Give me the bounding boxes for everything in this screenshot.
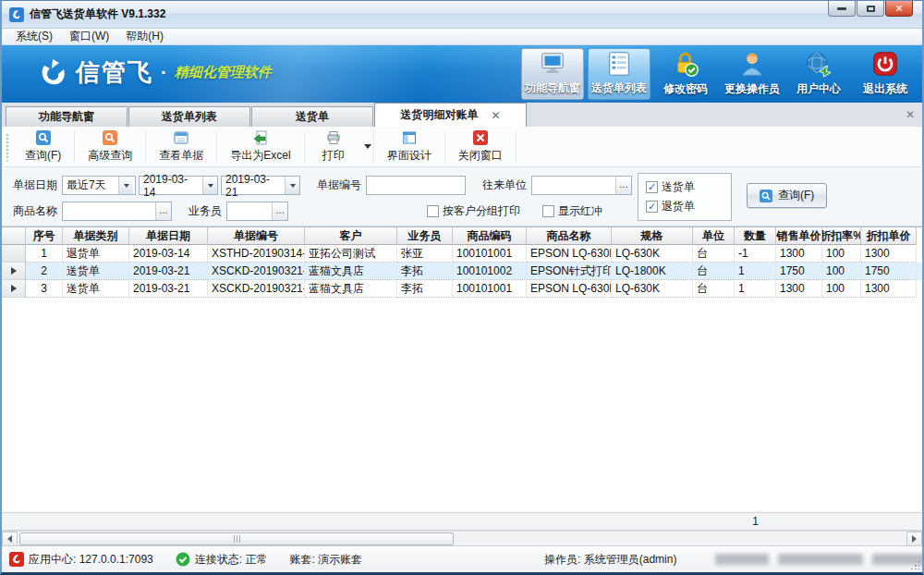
close-all-tabs-icon[interactable]: ✕ bbox=[906, 108, 915, 121]
ellipsis-button[interactable]: … bbox=[272, 202, 287, 220]
banner-button-person[interactable]: 更换操作员 bbox=[721, 48, 784, 100]
banner-button-power[interactable]: 退出系统 bbox=[854, 48, 917, 100]
dropdown-caret-icon[interactable] bbox=[364, 144, 371, 149]
toolbar-button-design[interactable]: 界面设计 bbox=[376, 128, 443, 166]
person-icon bbox=[738, 49, 766, 79]
table-row[interactable]: 2送货单2019-03-21XSCKD-20190321-0002蓝猫文具店李拓… bbox=[2, 263, 922, 280]
scrollbar-track[interactable] bbox=[18, 532, 906, 546]
app-center-status: 应用中心: 127.0.0.1:7093 bbox=[9, 552, 153, 568]
checkbox-icon bbox=[646, 201, 658, 213]
power-icon bbox=[871, 49, 899, 79]
bill-no-label: 单据编号 bbox=[317, 177, 361, 193]
column-header[interactable]: 商品名称 bbox=[527, 227, 612, 245]
show-red-checkbox[interactable]: 显示红冲 bbox=[542, 203, 602, 219]
banner-button-list[interactable]: 送货单列表 bbox=[588, 48, 650, 100]
row-selector bbox=[2, 263, 26, 280]
menu-item[interactable]: 窗口(W) bbox=[61, 29, 117, 44]
table-cell: 3 bbox=[26, 280, 63, 298]
maximize-button[interactable] bbox=[857, 1, 884, 17]
tab[interactable]: 送货单 ✕ bbox=[251, 106, 373, 127]
scroll-left-button[interactable] bbox=[2, 532, 18, 546]
date-preset-select[interactable]: 最近7天 bbox=[62, 176, 136, 195]
table-cell: EPSON LQ-630K bbox=[527, 245, 612, 263]
table-cell: LQ-630K bbox=[612, 245, 693, 263]
banner-button-lock[interactable]: 修改密码 bbox=[654, 48, 717, 100]
column-header[interactable]: 单据日期 bbox=[129, 227, 208, 245]
column-header[interactable]: 序号 bbox=[26, 227, 63, 245]
column-header[interactable]: 客户 bbox=[305, 227, 397, 245]
toolbar-button-excel[interactable]: 导出为Excel bbox=[219, 128, 301, 166]
group-print-checkbox[interactable]: 按客户分组打印 bbox=[427, 203, 520, 219]
delivery-type-checkbox[interactable]: 送货单 bbox=[646, 179, 723, 195]
partner-input[interactable] bbox=[532, 177, 615, 193]
toolbar-button-close-red[interactable]: 关闭窗口 bbox=[447, 128, 514, 166]
column-header[interactable]: 规格 bbox=[612, 227, 693, 245]
toolbar-separator bbox=[216, 131, 217, 163]
query-button[interactable]: 查询(F) bbox=[747, 183, 827, 208]
banner-button-monitor[interactable]: 功能导航窗 bbox=[521, 48, 584, 100]
toolbar-button-search-blue[interactable]: 查询(F) bbox=[14, 128, 72, 166]
chevron-down-icon[interactable] bbox=[285, 177, 299, 194]
minimize-button[interactable] bbox=[828, 1, 856, 17]
table-cell: 1 bbox=[735, 280, 776, 298]
brand: 信管飞 · 精细化管理软件 bbox=[37, 56, 272, 89]
toolbar-button-printer[interactable]: 打印 bbox=[307, 128, 360, 166]
table-cell: 台 bbox=[693, 280, 735, 298]
close-button[interactable]: ✕ bbox=[885, 1, 913, 17]
toolbar-separator bbox=[373, 131, 374, 163]
table-row[interactable]: 1退货单2019-03-14XSTHD-20190314-0001亚拓公司测试张… bbox=[2, 245, 922, 263]
table-cell: 张亚 bbox=[397, 245, 453, 263]
toolbar-button-search-orange[interactable]: 高级查询 bbox=[77, 128, 143, 166]
filter-panel: 单据日期 最近7天 2019-03-14 2019-03-21 单据编号 往来单… bbox=[2, 167, 922, 226]
column-header[interactable]: 单据编号 bbox=[208, 227, 305, 245]
ellipsis-button[interactable]: … bbox=[155, 202, 171, 220]
date-to-select[interactable]: 2019-03-21 bbox=[221, 176, 300, 195]
tab[interactable]: 送货明细对账单 ✕ bbox=[374, 103, 527, 127]
table-cell: XSCKD-20190321-0002 bbox=[208, 280, 305, 298]
bill-no-input[interactable] bbox=[366, 176, 466, 195]
close-red-icon bbox=[473, 130, 488, 146]
table-cell: 100 bbox=[822, 245, 861, 263]
table-row[interactable]: 3送货单2019-03-21XSCKD-20190321-0002蓝猫文具店李拓… bbox=[2, 280, 922, 298]
scrollbar-thumb[interactable] bbox=[19, 532, 454, 545]
return-type-checkbox[interactable]: 退货单 bbox=[646, 199, 723, 214]
tab[interactable]: 功能导航窗 ✕ bbox=[6, 106, 128, 127]
operator-status: 操作员: 系统管理员(admin) bbox=[544, 552, 676, 568]
column-header[interactable]: 商品编码 bbox=[453, 227, 527, 245]
column-header[interactable]: 销售单价 bbox=[776, 227, 822, 245]
row-arrow-icon bbox=[11, 285, 17, 292]
table-cell: 100 bbox=[822, 263, 861, 280]
row-selector bbox=[2, 245, 26, 263]
chevron-down-icon[interactable] bbox=[202, 177, 217, 194]
salesman-input[interactable] bbox=[227, 203, 272, 219]
horizontal-scrollbar bbox=[2, 531, 922, 546]
toolbar-button-document[interactable]: 查看单据 bbox=[148, 128, 214, 166]
toolbar-grip[interactable] bbox=[6, 133, 10, 161]
column-header[interactable]: 业务员 bbox=[397, 227, 453, 245]
title-bar: 信管飞送货单软件 V9.1.332 ✕ bbox=[2, 1, 922, 29]
column-header[interactable]: 单据类别 bbox=[63, 227, 129, 245]
grid-header: 序号单据类别单据日期单据编号客户业务员商品编码商品名称规格单位数量销售单价折扣率… bbox=[2, 227, 922, 245]
table-cell: 100101001 bbox=[453, 245, 527, 263]
column-header[interactable]: 折扣率% bbox=[822, 227, 861, 245]
table-cell: 送货单 bbox=[63, 263, 129, 280]
ellipsis-button[interactable]: … bbox=[615, 177, 631, 194]
product-input[interactable] bbox=[63, 203, 155, 219]
checkbox-icon bbox=[646, 181, 658, 193]
tab[interactable]: 送货单列表 ✕ bbox=[128, 106, 250, 127]
column-header[interactable]: 折扣单价 bbox=[861, 227, 917, 245]
banner-button-globe[interactable]: 用户中心 bbox=[787, 48, 850, 100]
column-header[interactable]: 数量 bbox=[735, 227, 776, 245]
menu-item[interactable]: 帮助(H) bbox=[117, 29, 172, 44]
column-header[interactable]: 单位 bbox=[693, 227, 735, 245]
menu-item[interactable]: 系统(S) bbox=[7, 29, 61, 44]
date-from-select[interactable]: 2019-03-14 bbox=[139, 176, 218, 195]
scroll-right-button[interactable] bbox=[906, 532, 922, 546]
tab-close-icon[interactable]: ✕ bbox=[491, 111, 500, 120]
chevron-down-icon[interactable] bbox=[118, 177, 133, 194]
banner: 信管飞 · 精细化管理软件 功能导航窗 送货单列表 修改密码 更换操作员 用户中… bbox=[2, 45, 922, 103]
table-cell: 100101002 bbox=[453, 263, 527, 280]
grid-summary-row: 1 bbox=[2, 512, 922, 531]
search-blue-icon bbox=[36, 130, 51, 146]
query-small-icon bbox=[760, 190, 772, 202]
